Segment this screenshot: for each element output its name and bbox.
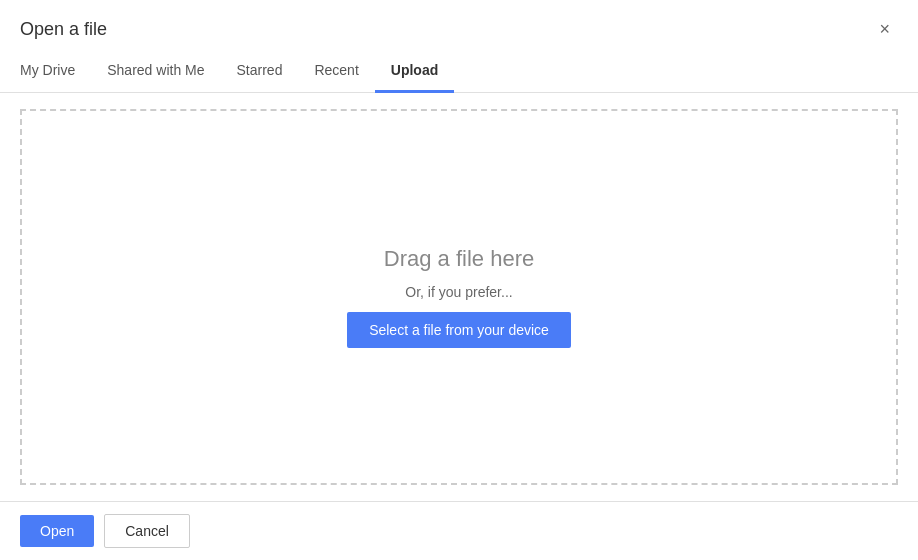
- cancel-button[interactable]: Cancel: [104, 514, 190, 548]
- or-text: Or, if you prefer...: [405, 284, 512, 300]
- dialog-body: Drag a file here Or, if you prefer... Se…: [0, 93, 918, 501]
- dialog-title: Open a file: [20, 19, 107, 40]
- tab-shared-with-me[interactable]: Shared with Me: [91, 50, 220, 93]
- tab-starred[interactable]: Starred: [221, 50, 299, 93]
- dialog-footer: Open Cancel: [0, 501, 918, 560]
- tab-my-drive[interactable]: My Drive: [20, 50, 91, 93]
- dialog-header: Open a file ×: [0, 0, 918, 42]
- tab-bar: My Drive Shared with Me Starred Recent U…: [0, 50, 918, 93]
- open-file-dialog: Open a file × My Drive Shared with Me St…: [0, 0, 918, 560]
- close-button[interactable]: ×: [871, 16, 898, 42]
- drag-text: Drag a file here: [384, 246, 534, 272]
- tab-recent[interactable]: Recent: [298, 50, 374, 93]
- open-button[interactable]: Open: [20, 515, 94, 547]
- tab-upload[interactable]: Upload: [375, 50, 454, 93]
- select-file-button[interactable]: Select a file from your device: [347, 312, 571, 348]
- drop-zone[interactable]: Drag a file here Or, if you prefer... Se…: [20, 109, 898, 485]
